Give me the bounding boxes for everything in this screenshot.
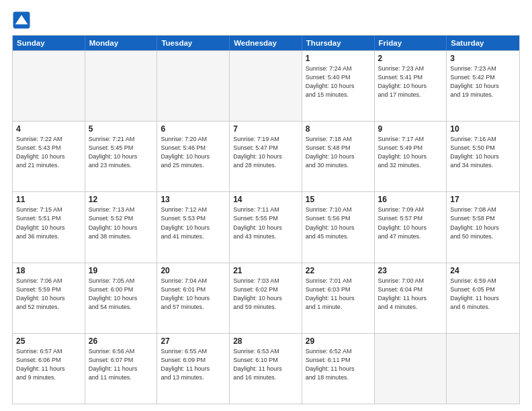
day-number: 13	[161, 195, 226, 204]
day-number: 4	[16, 124, 81, 134]
day-header-monday: Monday	[85, 36, 158, 50]
calendar-cell	[13, 51, 85, 121]
day-number: 10	[450, 124, 516, 134]
logo	[12, 11, 34, 30]
calendar-cell: 16Sunrise: 7:09 AM Sunset: 5:57 PM Dayli…	[375, 192, 447, 262]
day-info: Sunrise: 7:08 AM Sunset: 5:58 PM Dayligh…	[450, 205, 516, 240]
day-info: Sunrise: 7:24 AM Sunset: 5:40 PM Dayligh…	[306, 64, 371, 99]
calendar: SundayMondayTuesdayWednesdayThursdayFrid…	[12, 35, 520, 404]
calendar-cell: 12Sunrise: 7:13 AM Sunset: 5:52 PM Dayli…	[85, 192, 158, 262]
day-number: 26	[89, 336, 154, 346]
calendar-cell: 19Sunrise: 7:05 AM Sunset: 6:00 PM Dayli…	[85, 263, 158, 333]
calendar-cell: 22Sunrise: 7:01 AM Sunset: 6:03 PM Dayli…	[302, 263, 375, 333]
day-number: 16	[378, 195, 443, 204]
day-info: Sunrise: 7:04 AM Sunset: 6:01 PM Dayligh…	[161, 277, 226, 312]
day-info: Sunrise: 7:23 AM Sunset: 5:41 PM Dayligh…	[378, 64, 443, 99]
day-info: Sunrise: 7:01 AM Sunset: 6:03 PM Dayligh…	[306, 277, 371, 312]
day-number: 5	[89, 124, 154, 134]
day-info: Sunrise: 7:10 AM Sunset: 5:56 PM Dayligh…	[306, 205, 371, 240]
day-header-wednesday: Wednesday	[230, 36, 302, 50]
calendar-body: 1Sunrise: 7:24 AM Sunset: 5:40 PM Daylig…	[13, 50, 519, 404]
day-info: Sunrise: 7:12 AM Sunset: 5:53 PM Dayligh…	[161, 205, 226, 240]
calendar-cell: 29Sunrise: 6:52 AM Sunset: 6:11 PM Dayli…	[302, 334, 375, 404]
calendar-cell: 18Sunrise: 7:06 AM Sunset: 5:59 PM Dayli…	[13, 263, 85, 333]
day-number: 29	[306, 336, 371, 346]
day-number: 7	[233, 124, 298, 134]
day-number: 21	[233, 266, 298, 275]
calendar-cell: 27Sunrise: 6:55 AM Sunset: 6:09 PM Dayli…	[157, 334, 230, 404]
calendar-cell: 20Sunrise: 7:04 AM Sunset: 6:01 PM Dayli…	[157, 263, 230, 333]
day-info: Sunrise: 6:55 AM Sunset: 6:09 PM Dayligh…	[161, 347, 226, 382]
calendar-cell	[157, 51, 230, 121]
day-info: Sunrise: 6:59 AM Sunset: 6:05 PM Dayligh…	[450, 277, 516, 312]
day-number: 25	[16, 336, 81, 346]
day-number: 23	[378, 266, 443, 275]
day-number: 19	[89, 266, 154, 275]
day-info: Sunrise: 6:56 AM Sunset: 6:07 PM Dayligh…	[89, 347, 154, 382]
calendar-cell: 9Sunrise: 7:17 AM Sunset: 5:49 PM Daylig…	[375, 122, 447, 191]
calendar-cell: 1Sunrise: 7:24 AM Sunset: 5:40 PM Daylig…	[302, 51, 375, 121]
calendar-cell	[85, 51, 158, 121]
day-number: 27	[161, 336, 226, 346]
calendar-cell: 2Sunrise: 7:23 AM Sunset: 5:41 PM Daylig…	[375, 51, 447, 121]
calendar-cell: 28Sunrise: 6:53 AM Sunset: 6:10 PM Dayli…	[230, 334, 302, 404]
calendar-cell: 5Sunrise: 7:21 AM Sunset: 5:45 PM Daylig…	[85, 122, 158, 191]
day-number: 18	[16, 266, 81, 275]
calendar-week-4: 18Sunrise: 7:06 AM Sunset: 5:59 PM Dayli…	[13, 263, 519, 333]
calendar-cell: 21Sunrise: 7:03 AM Sunset: 6:02 PM Dayli…	[230, 263, 302, 333]
calendar-cell	[375, 334, 447, 404]
calendar-cell: 26Sunrise: 6:56 AM Sunset: 6:07 PM Dayli…	[85, 334, 158, 404]
day-info: Sunrise: 6:57 AM Sunset: 6:06 PM Dayligh…	[16, 347, 81, 382]
day-info: Sunrise: 7:20 AM Sunset: 5:46 PM Dayligh…	[161, 135, 226, 170]
day-header-saturday: Saturday	[447, 36, 519, 50]
calendar-cell: 13Sunrise: 7:12 AM Sunset: 5:53 PM Dayli…	[157, 192, 230, 262]
day-header-thursday: Thursday	[302, 36, 375, 50]
calendar-cell: 8Sunrise: 7:18 AM Sunset: 5:48 PM Daylig…	[302, 122, 375, 191]
day-info: Sunrise: 7:17 AM Sunset: 5:49 PM Dayligh…	[378, 135, 443, 170]
day-info: Sunrise: 7:16 AM Sunset: 5:50 PM Dayligh…	[450, 135, 516, 170]
calendar-cell: 10Sunrise: 7:16 AM Sunset: 5:50 PM Dayli…	[447, 122, 519, 191]
calendar-cell: 23Sunrise: 7:00 AM Sunset: 6:04 PM Dayli…	[375, 263, 447, 333]
calendar-cell: 4Sunrise: 7:22 AM Sunset: 5:43 PM Daylig…	[13, 122, 85, 191]
day-number: 22	[306, 266, 371, 275]
day-info: Sunrise: 6:52 AM Sunset: 6:11 PM Dayligh…	[306, 347, 371, 382]
day-info: Sunrise: 7:13 AM Sunset: 5:52 PM Dayligh…	[89, 205, 154, 240]
day-number: 15	[306, 195, 371, 204]
day-number: 9	[378, 124, 443, 134]
day-number: 1	[306, 54, 371, 63]
day-number: 24	[450, 266, 516, 275]
day-number: 3	[450, 54, 516, 63]
logo-icon	[12, 11, 31, 30]
day-number: 20	[161, 266, 226, 275]
day-number: 12	[89, 195, 154, 204]
calendar-cell: 6Sunrise: 7:20 AM Sunset: 5:46 PM Daylig…	[157, 122, 230, 191]
day-info: Sunrise: 7:00 AM Sunset: 6:04 PM Dayligh…	[378, 277, 443, 312]
day-info: Sunrise: 7:22 AM Sunset: 5:43 PM Dayligh…	[16, 135, 81, 170]
day-number: 6	[161, 124, 226, 134]
calendar-page: SundayMondayTuesdayWednesdayThursdayFrid…	[0, 0, 532, 411]
day-info: Sunrise: 7:15 AM Sunset: 5:51 PM Dayligh…	[16, 205, 81, 240]
day-info: Sunrise: 7:21 AM Sunset: 5:45 PM Dayligh…	[89, 135, 154, 170]
calendar-cell: 11Sunrise: 7:15 AM Sunset: 5:51 PM Dayli…	[13, 192, 85, 262]
day-info: Sunrise: 7:11 AM Sunset: 5:55 PM Dayligh…	[233, 205, 298, 240]
calendar-cell	[447, 334, 519, 404]
day-header-sunday: Sunday	[13, 36, 85, 50]
day-number: 2	[378, 54, 443, 63]
day-info: Sunrise: 7:06 AM Sunset: 5:59 PM Dayligh…	[16, 277, 81, 312]
calendar-header: SundayMondayTuesdayWednesdayThursdayFrid…	[13, 36, 519, 50]
calendar-cell: 25Sunrise: 6:57 AM Sunset: 6:06 PM Dayli…	[13, 334, 85, 404]
calendar-cell: 3Sunrise: 7:23 AM Sunset: 5:42 PM Daylig…	[447, 51, 519, 121]
calendar-week-3: 11Sunrise: 7:15 AM Sunset: 5:51 PM Dayli…	[13, 191, 519, 262]
day-header-friday: Friday	[375, 36, 447, 50]
day-number: 11	[16, 195, 81, 204]
day-info: Sunrise: 7:09 AM Sunset: 5:57 PM Dayligh…	[378, 205, 443, 240]
calendar-cell: 17Sunrise: 7:08 AM Sunset: 5:58 PM Dayli…	[447, 192, 519, 262]
calendar-week-2: 4Sunrise: 7:22 AM Sunset: 5:43 PM Daylig…	[13, 121, 519, 191]
calendar-week-5: 25Sunrise: 6:57 AM Sunset: 6:06 PM Dayli…	[13, 333, 519, 404]
day-number: 14	[233, 195, 298, 204]
calendar-cell: 14Sunrise: 7:11 AM Sunset: 5:55 PM Dayli…	[230, 192, 302, 262]
calendar-cell	[230, 51, 302, 121]
calendar-cell: 7Sunrise: 7:19 AM Sunset: 5:47 PM Daylig…	[230, 122, 302, 191]
calendar-week-1: 1Sunrise: 7:24 AM Sunset: 5:40 PM Daylig…	[13, 50, 519, 121]
day-info: Sunrise: 7:05 AM Sunset: 6:00 PM Dayligh…	[89, 277, 154, 312]
